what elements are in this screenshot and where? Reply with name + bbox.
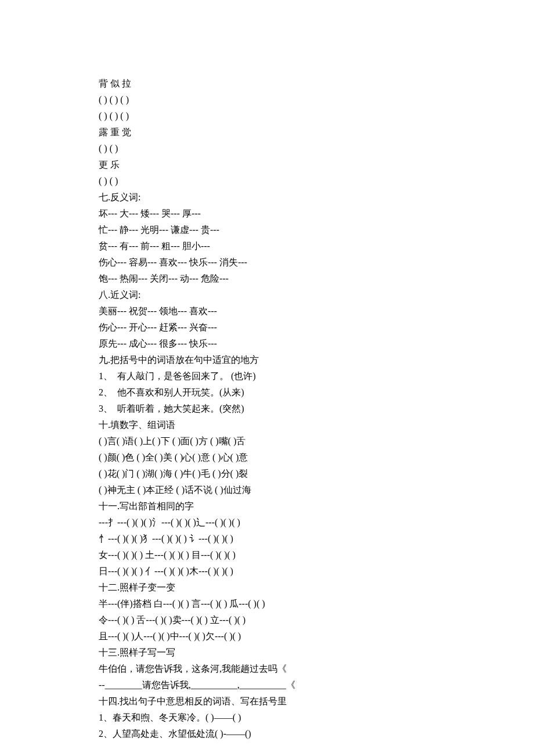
text-line: 半---(伴)搭档 白---( )( ) 言---( )( ) 瓜---( )(… [99,596,435,612]
text-line: 3、 听着听着，她大笑起来。(突然) [99,401,435,417]
text-line: ( )言( )语( )上( )下 ( )面( )方 ( )嘴( )舌 [99,433,435,449]
text-line: 伤心--- 容易--- 喜欢--- 快乐--- 消失--- [99,254,435,271]
text-line: 原先--- 成心--- 很多--- 快乐--- [99,336,435,352]
text-line: 令---( )( ) 舌---( )( )卖---( )( ) 立---( )(… [99,612,435,628]
section-heading: 十一.写出部首相同的字 [99,498,435,514]
text-line: 1、春天和煦、冬天寒冷。( )——( ) [99,710,435,726]
text-line: ---扌---( )( )( )氵---( )( )( )辶---( )( )(… [99,514,435,531]
text-line: 饱--- 热闹--- 关闭--- 动--- 危险--- [99,271,435,287]
text-line: 2、 他不喜欢和别人开玩笑。(从来) [99,384,435,401]
text-line: ( )花( )门 ( )湖( )海 ( )牛( )毛 ( )分( )裂 [99,466,435,482]
section-heading: 八.近义词: [99,287,435,303]
section-heading: 九.把括号中的词语放在句中适宜的地方 [99,352,435,368]
document-page: 背 似 拉 ( ) ( ) ( ) ( ) ( ) ( ) 露 重 觉 ( ) … [0,0,534,756]
text-line: 坏--- 大--- 矮--- 哭--- 厚--- [99,206,435,222]
text-line: 美丽--- 祝贺--- 领地--- 喜欢--- [99,303,435,319]
text-line: ( )神无主 ( )本正经 ( )话不说 ( )仙过海 [99,482,435,498]
section-heading: 十四.找出句子中意思相反的词语、写在括号里 [99,693,435,710]
text-line: 忄---( )( )( )犭---( )( )( ) 讠---( )( )( ) [99,531,435,547]
text-line: ( ) ( ) ( ) [99,92,435,108]
text-line: 忙--- 静--- 光明--- 谦虚--- 贵--- [99,222,435,238]
text-line: 贫--- 有--- 前--- 粗--- 胆小--- [99,238,435,254]
text-line: ( ) ( ) ( ) [99,108,435,124]
text-line: --________请您告诉我,__________,__________《 [99,677,435,693]
text-line: ( ) ( ) [99,173,435,189]
text-line: 更 乐 [99,157,435,173]
text-line: 1、 有人敲门，是爸爸回来了。 (也许) [99,368,435,384]
text-line: 背 似 拉 [99,75,435,92]
section-heading: 十.填数字、组词语 [99,417,435,433]
text-line: 且---( )( )人---( )( )中---( )( )欠---( )( ) [99,628,435,645]
section-heading: 十二.照样子变一变 [99,579,435,596]
text-line: 露 重 觉 [99,124,435,141]
text-line: 牛伯伯，请您告诉我，这条河,我能趟过去吗《 [99,661,435,677]
text-line: 伤心--- 开心--- 赶紧--- 兴奋--- [99,319,435,336]
section-heading: 七.反义词: [99,189,435,206]
text-line: ( )颜( )色 ( )全( )美 ( )心( )意 ( )心( )意 [99,449,435,466]
section-heading: 十三.照样子写一写 [99,645,435,661]
text-line: 日---( )( )( ) 亻---( )( )( )木---( )( )( ) [99,563,435,579]
text-line: 女---( )( )( ) 土---( )( )( ) 目---( )( )( … [99,547,435,563]
text-line: 2、人望高处走、水望低处流( )-——() [99,726,435,742]
text-line: ( ) ( ) [99,141,435,157]
